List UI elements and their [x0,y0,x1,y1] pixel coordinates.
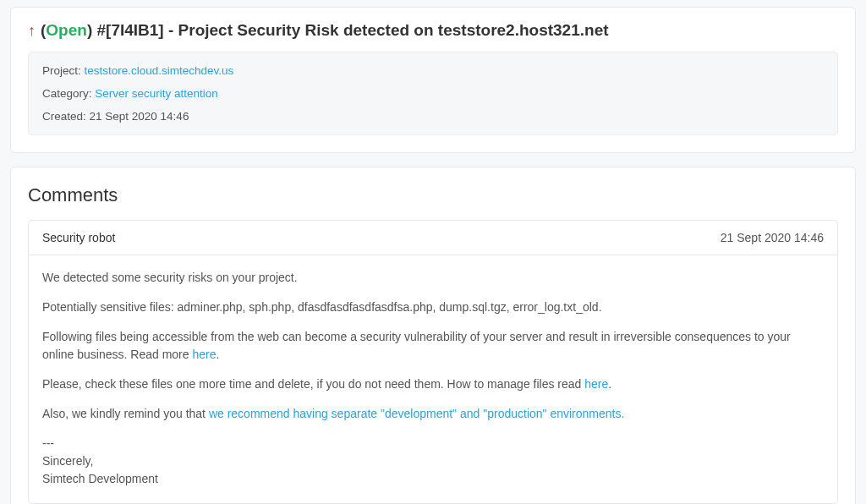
p3-readmore-link[interactable]: here [192,348,216,361]
project-label: Project: [42,64,85,77]
meta-row-project: Project: teststore.cloud.simtechdev.us [42,64,824,77]
comment-author: Security robot [42,231,115,244]
p2-files: adminer.php, sph.php, dfasdfasdfasdfasdf… [178,300,599,314]
ticket-title-text: #[7I4IB1] - Project Security Risk detect… [92,21,608,39]
p4-text: Please, check these files one more time … [42,377,584,391]
status-open-label: Open [46,21,87,39]
comments-heading: Comments [28,181,838,220]
comment-signature: --- Sincerely, Simtech Development [42,435,824,488]
comment-p2: Potentially sensitive files: adminer.php… [42,299,824,316]
comment-p5: Also, we kindly remind you that we recom… [42,405,824,423]
comment-item: Security robot 21 Sept 2020 14:46 We det… [28,220,838,504]
meta-row-created: Created: 21 Sept 2020 14:46 [42,110,824,123]
created-label: Created: [42,110,90,123]
sig-line2: Simtech Development [42,472,158,485]
created-value: 21 Sept 2020 14:46 [90,110,189,123]
ticket-meta-box: Project: teststore.cloud.simtechdev.us C… [28,52,838,135]
p4-suffix: . [608,377,611,391]
ticket-title: (Open) #[7I4IB1] - Project Security Risk… [41,21,609,40]
category-link[interactable]: Server security attention [95,87,218,100]
sig-line1: Sincerely, [42,454,93,468]
ticket-header: ↑ (Open) #[7I4IB1] - Project Security Ri… [28,21,838,52]
p3-text: Following files being accessible from th… [42,330,791,361]
category-label: Category: [42,87,95,100]
comment-header: Security robot 21 Sept 2020 14:46 [29,221,837,255]
p5-recommend-link[interactable]: we recommend having separate "developmen… [209,407,625,420]
priority-arrow-icon: ↑ [28,22,36,40]
comment-date: 21 Sept 2020 14:46 [721,231,824,244]
comment-body: We detected some security risks on your … [29,255,837,503]
p3-suffix: . [216,348,219,361]
project-link[interactable]: teststore.cloud.simtechdev.us [85,64,234,77]
sig-dashes: --- [42,436,54,450]
p5-text: Also, we kindly remind you that [42,407,209,420]
comment-p3: Following files being accessible from th… [42,328,824,364]
comment-p4: Please, check these files one more time … [42,375,824,393]
comments-card: Comments Security robot 21 Sept 2020 14:… [10,167,856,504]
comment-p1: We detected some security risks on your … [42,269,824,287]
p2-suffix: . [599,300,602,314]
ticket-card: ↑ (Open) #[7I4IB1] - Project Security Ri… [10,7,856,153]
meta-row-category: Category: Server security attention [42,87,824,100]
p2-prefix: Potentially sensitive files: [42,300,178,314]
p4-manage-link[interactable]: here [584,377,608,391]
